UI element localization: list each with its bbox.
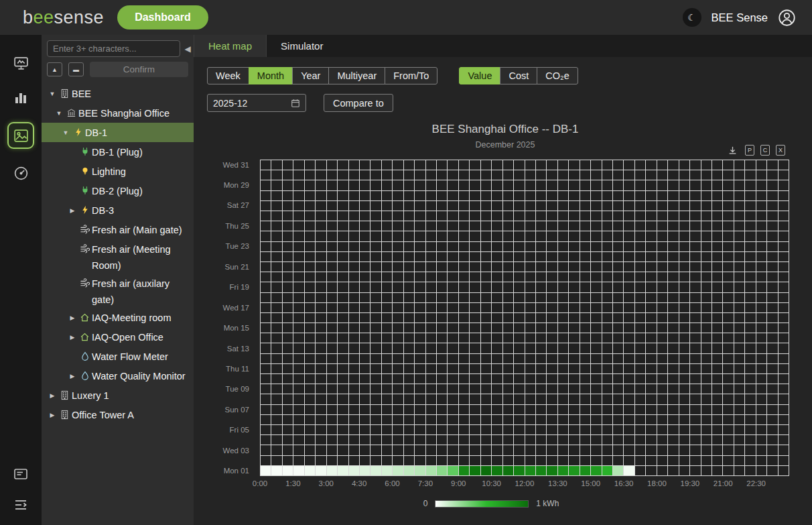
heatmap-cell[interactable]: [745, 394, 755, 404]
heatmap-cell[interactable]: [613, 282, 623, 292]
heatmap-cell[interactable]: [613, 221, 623, 231]
heatmap-cell[interactable]: [635, 272, 645, 282]
heatmap-cell[interactable]: [415, 282, 425, 292]
heatmap-cell[interactable]: [779, 435, 789, 445]
heatmap-cell[interactable]: [723, 211, 733, 221]
heatmap-cell[interactable]: [668, 221, 678, 231]
heatmap-cell[interactable]: [503, 333, 513, 343]
heatmap-cell[interactable]: [756, 384, 766, 394]
heatmap-cell[interactable]: [437, 211, 447, 221]
heatmap-cell[interactable]: [624, 242, 634, 251]
heatmap-cell[interactable]: [492, 323, 502, 333]
heatmap-cell[interactable]: [690, 384, 700, 394]
heatmap-cell[interactable]: [437, 282, 447, 292]
heatmap-cell[interactable]: [547, 456, 557, 465]
heatmap-cell[interactable]: [657, 191, 667, 200]
heatmap-cell[interactable]: [591, 303, 601, 312]
heatmap-cell[interactable]: [514, 262, 524, 272]
heatmap-cell[interactable]: [591, 170, 601, 180]
heatmap-cell[interactable]: [437, 435, 447, 445]
heatmap-cell[interactable]: [547, 445, 557, 455]
heatmap-cell[interactable]: [525, 242, 535, 251]
heatmap-cell[interactable]: [536, 191, 546, 200]
heatmap-cell[interactable]: [293, 394, 303, 404]
heatmap-cell[interactable]: [679, 231, 689, 241]
heatmap-cell[interactable]: [448, 435, 458, 445]
heatmap-cell[interactable]: [745, 170, 755, 180]
heatmap-cell[interactable]: [426, 354, 436, 363]
heatmap-cell[interactable]: [481, 262, 491, 272]
heatmap-cell[interactable]: [679, 435, 689, 445]
heatmap-cell[interactable]: [514, 191, 524, 200]
heatmap-cell[interactable]: [437, 170, 447, 180]
heatmap-cell[interactable]: [459, 313, 469, 323]
heatmap-cell[interactable]: [283, 262, 293, 272]
heatmap-cell[interactable]: [525, 466, 535, 475]
heatmap-cell[interactable]: [327, 466, 337, 475]
heatmap-cell[interactable]: [481, 374, 491, 384]
heatmap-cell[interactable]: [382, 272, 392, 282]
heatmap-cell[interactable]: [723, 272, 733, 282]
export-x-icon[interactable]: X: [776, 145, 785, 156]
heatmap-cell[interactable]: [756, 405, 766, 414]
heatmap-cell[interactable]: [514, 364, 524, 373]
heatmap-cell[interactable]: [690, 343, 700, 353]
heatmap-cell[interactable]: [635, 313, 645, 323]
heatmap-cell[interactable]: [712, 231, 722, 241]
heatmap-cell[interactable]: [448, 445, 458, 455]
heatmap-cell[interactable]: [602, 160, 612, 170]
heatmap-cell[interactable]: [327, 211, 337, 221]
heatmap-cell[interactable]: [338, 354, 348, 363]
heatmap-cell[interactable]: [723, 231, 733, 241]
heatmap-cell[interactable]: [701, 282, 712, 292]
heatmap-cell[interactable]: [327, 191, 337, 200]
heatmap-cell[interactable]: [745, 415, 755, 424]
heatmap-cell[interactable]: [349, 201, 359, 211]
heatmap-cell[interactable]: [646, 333, 656, 343]
heatmap-cell[interactable]: [503, 303, 513, 312]
heatmap-cell[interactable]: [635, 343, 645, 353]
heatmap-cell[interactable]: [370, 221, 381, 231]
heatmap-cell[interactable]: [404, 252, 414, 261]
heatmap-cell[interactable]: [734, 415, 744, 424]
heatmap-cell[interactable]: [261, 180, 271, 190]
heatmap-cell[interactable]: [657, 303, 667, 312]
heatmap-cell[interactable]: [547, 415, 557, 424]
heatmap-cell[interactable]: [448, 272, 458, 282]
collapse-all-button[interactable]: ▬: [68, 62, 84, 76]
heatmap-cell[interactable]: [613, 201, 623, 211]
heatmap-cell[interactable]: [602, 394, 612, 404]
heatmap-cell[interactable]: [293, 282, 303, 292]
heatmap-cell[interactable]: [481, 282, 491, 292]
heatmap-cell[interactable]: [712, 405, 722, 414]
heatmap-cell[interactable]: [404, 364, 414, 373]
heatmap-cell[interactable]: [767, 262, 777, 272]
month-picker-input[interactable]: 2025-12: [207, 94, 306, 112]
heatmap-cell[interactable]: [536, 231, 546, 241]
heatmap-cell[interactable]: [558, 425, 568, 434]
heatmap-cell[interactable]: [404, 242, 414, 251]
heatmap-cell[interactable]: [283, 201, 293, 211]
display-icon[interactable]: [10, 52, 31, 74]
heatmap-cell[interactable]: [459, 445, 469, 455]
heatmap-cell[interactable]: [393, 293, 403, 302]
heatmap-cell[interactable]: [370, 231, 381, 241]
heatmap-cell[interactable]: [305, 466, 315, 475]
heatmap-cell[interactable]: [261, 231, 271, 241]
heatmap-cell[interactable]: [657, 374, 667, 384]
heatmap-cell[interactable]: [613, 364, 623, 373]
heatmap-cell[interactable]: [657, 405, 667, 414]
chevron-down-icon[interactable]: ▼: [54, 105, 64, 121]
heatmap-cell[interactable]: [492, 252, 502, 261]
heatmap-cell[interactable]: [657, 384, 667, 394]
heatmap-cell[interactable]: [316, 384, 326, 394]
heatmap-cell[interactable]: [448, 303, 458, 312]
heatmap-cell[interactable]: [646, 282, 656, 292]
heatmap-cell[interactable]: [415, 191, 425, 200]
heatmap-cell[interactable]: [756, 180, 766, 190]
heatmap-cell[interactable]: [370, 405, 381, 414]
heatmap-cell[interactable]: [657, 445, 667, 455]
heatmap-cell[interactable]: [679, 333, 689, 343]
heatmap-cell[interactable]: [316, 221, 326, 231]
heatmap-cell[interactable]: [745, 374, 755, 384]
